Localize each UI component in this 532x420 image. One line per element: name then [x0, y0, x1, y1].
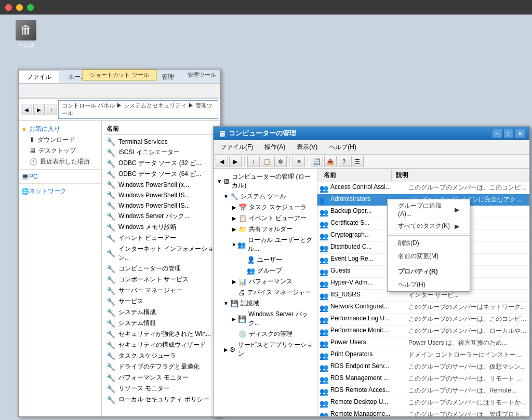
mac-minimize-button[interactable]	[16, 4, 23, 11]
file-item[interactable]: 🔧ドライブのデフラグと最適化	[104, 361, 218, 372]
file-item[interactable]: 🔧インターネット インフォメーション...	[104, 243, 218, 263]
group-item[interactable]: 👥Remote Manageme...このグループのメンバーは、管理プロト...	[317, 409, 529, 416]
file-item[interactable]: 🔧Windows PowerShell IS...	[104, 200, 218, 211]
file-item[interactable]: 🔧タスク スケジューラ	[104, 350, 218, 361]
file-name: パフォーマンス モニター	[118, 373, 189, 382]
group-item[interactable]: 👥Network Configurat...このグループのメンバーはネットワーク…	[317, 302, 529, 314]
menu-file[interactable]: ファイル(F)	[216, 141, 258, 153]
ctx-item[interactable]: すべてのタスク(K)▶	[388, 220, 470, 233]
file-item[interactable]: 🔧コンピューターの管理	[104, 263, 218, 274]
file-item[interactable]: 🔧Windows PowerShell (x...	[104, 180, 218, 190]
title-controls: ─ □ ✕	[492, 129, 525, 138]
sidebar-item-recent[interactable]: 🕐 最近表示した場所	[19, 156, 101, 167]
favorites-header[interactable]: ★ お気に入り	[19, 124, 101, 134]
toolbar-up[interactable]: ↑	[247, 156, 260, 167]
tree-item[interactable]: ▼🔧システム ツール	[214, 191, 317, 202]
file-item[interactable]: 🔧システム構成	[104, 307, 218, 318]
ctx-item[interactable]: グループに追加(A)...▶	[388, 199, 470, 220]
tree-item[interactable]: 👤ユーザー	[214, 254, 317, 265]
network-icon: 🌐	[21, 188, 29, 195]
group-item[interactable]: 👥Access Control Assi...このグループのメンバーは、このコン…	[317, 182, 529, 194]
tree-item[interactable]: 🖨デバイス マネージャー	[214, 287, 317, 298]
file-item[interactable]: 🔧コンポーネント サービス	[104, 274, 218, 285]
tree-item[interactable]: ▼👥ローカル ユーザーとグル...	[214, 235, 317, 254]
toolbar-detail[interactable]: ☰	[351, 156, 364, 167]
file-item[interactable]: 🔧ODBC データ ソース (32 ビ...	[104, 158, 218, 169]
menu-view[interactable]: 表示(V)	[292, 141, 322, 153]
desktop-recycle-bin[interactable]: 🗑 ごみ箱	[10, 20, 42, 50]
minimize-button[interactable]: ─	[492, 129, 502, 138]
file-item[interactable]: 🔧セキュリティが強化された Win...	[104, 329, 218, 340]
close-button[interactable]: ✕	[515, 129, 525, 138]
back-button[interactable]: ◀	[21, 104, 32, 115]
col-header-name[interactable]: 名前	[104, 124, 218, 135]
ctx-item[interactable]: 名前の変更(M)	[388, 250, 470, 263]
group-item[interactable]: 👥RDS Endpoint Serv...このグループのサーバーは、仮想マシン.…	[317, 361, 529, 373]
tab-manage[interactable]: 管理	[154, 71, 182, 83]
file-name: ローカル セキュリティ ポリシー	[118, 395, 209, 404]
toolbar-help[interactable]: ?	[338, 156, 350, 167]
col-desc-header[interactable]: 説明	[392, 170, 527, 181]
file-name: Terminal Services	[118, 138, 168, 145]
toolbar-properties[interactable]: ⚙	[274, 156, 287, 167]
tree-item[interactable]: ▶📁共有フォルダー	[214, 224, 317, 235]
forward-button[interactable]: ▶	[33, 104, 45, 115]
file-item[interactable]: 🔧Windows PowerShell IS...	[104, 190, 218, 200]
tree-item[interactable]: ▼🖥コンピューターの管理 (ローカル)	[214, 171, 317, 191]
tree-item[interactable]: 💿ディスクの管理	[214, 329, 317, 340]
toolbar-delete[interactable]: ✕	[292, 156, 305, 167]
col-name-header[interactable]: 名前	[320, 170, 392, 181]
file-item[interactable]: 🔧Windows メモリ診断	[104, 222, 218, 233]
tree-item[interactable]: ▶💾Windows Server バック...	[214, 309, 317, 329]
group-item[interactable]: 👥Print Operatorsドメイン コントローラーにインストール...	[317, 349, 529, 361]
tree-item[interactable]: ▶⚙サービスとアプリケーション	[214, 340, 317, 359]
tree-item[interactable]: ▶📋イベント ビューアー	[214, 213, 317, 224]
file-item[interactable]: 🔧Windows Server バック...	[104, 211, 218, 222]
group-item[interactable]: 👥RDS Remote Acces...このグループのサーバーは、Remote.…	[317, 385, 529, 397]
tree-item[interactable]: ▼💾記憶域	[214, 298, 317, 309]
toolbar-show-hide[interactable]: 📋	[261, 156, 273, 167]
file-item[interactable]: 🔧イベント ビューアー	[104, 233, 218, 243]
toolbar-fwd[interactable]: ▶	[229, 156, 242, 167]
mac-maximize-button[interactable]	[27, 4, 34, 11]
menu-action[interactable]: 操作(A)	[260, 141, 290, 153]
restore-button[interactable]: □	[503, 129, 514, 138]
up-button[interactable]: ↑	[46, 104, 57, 115]
file-item[interactable]: 🔧パフォーマンス モニター	[104, 372, 218, 383]
group-item[interactable]: 👥Power UsersPower Users は、後方互換のため...	[317, 337, 529, 349]
group-item[interactable]: 👥Remote Desktop U...このグループのメンバーにはリモートから.…	[317, 397, 529, 409]
address-path[interactable]: コントロール パネル ▶ システムとセキュリティ ▶ 管理ツール	[58, 100, 218, 119]
toolbar-refresh[interactable]: 🔄	[311, 156, 323, 167]
tree-expand-icon: ▼	[230, 242, 237, 248]
group-item[interactable]: 👥Performance Log U...このグループのメンバーは、このコンピュ…	[317, 314, 529, 326]
group-item[interactable]: 👥Performance Monit...このグループのメンバーは、ローカルや …	[317, 326, 529, 337]
tree-item[interactable]: ▶📊パフォーマンス	[214, 276, 317, 287]
tab-file[interactable]: ファイル	[19, 71, 59, 83]
file-item[interactable]: 🔧ODBC データ ソース (64 ビ...	[104, 169, 218, 180]
file-item[interactable]: 🔧リソース モニター	[104, 383, 218, 394]
file-item[interactable]: 🔧セキュリティの構成ウィザード	[104, 340, 218, 350]
pc-header[interactable]: 💻 PC	[19, 172, 101, 181]
group-item[interactable]: 👥RDS Management ...このグループのサーバーは、リモート テ..…	[317, 373, 529, 385]
file-name: タスク スケジューラ	[118, 351, 176, 360]
ctx-item[interactable]: ヘルプ(H)	[388, 278, 470, 291]
ctx-item[interactable]: プロパティ(R)	[388, 265, 470, 278]
file-item[interactable]: 🔧サービス	[104, 296, 218, 307]
tree-item[interactable]: ▶📅タスク スケジューラ	[214, 202, 317, 213]
toolbar-back[interactable]: ◀	[216, 156, 228, 167]
menu-help[interactable]: ヘルプ(H)	[324, 141, 361, 153]
address-bar: ◀ ▶ ↑ コントロール パネル ▶ システムとセキュリティ ▶ 管理ツール	[19, 99, 220, 121]
sidebar-item-desktop[interactable]: 🖥 デスクトップ	[19, 145, 101, 156]
ctx-item[interactable]: 削除(D)	[388, 237, 470, 250]
file-item[interactable]: 🔧サーバー マネージャー	[104, 285, 218, 296]
toolbar-export[interactable]: 📤	[324, 156, 337, 167]
file-item[interactable]: 🔧システム情報	[104, 318, 218, 329]
sidebar-item-download[interactable]: ⬇ ダウンロード	[19, 134, 101, 145]
file-item[interactable]: 🔧iSCSI イニシエーター	[104, 147, 218, 158]
network-header[interactable]: 🌐 ネットワーク	[19, 186, 101, 197]
tree-expand-icon: ▼	[222, 194, 230, 199]
file-item[interactable]: 🔧ローカル セキュリティ ポリシー	[104, 394, 218, 405]
file-item[interactable]: 🔧Terminal Services	[104, 137, 218, 147]
tree-item[interactable]: 👥グループ	[214, 265, 317, 276]
mac-close-button[interactable]	[5, 4, 12, 11]
